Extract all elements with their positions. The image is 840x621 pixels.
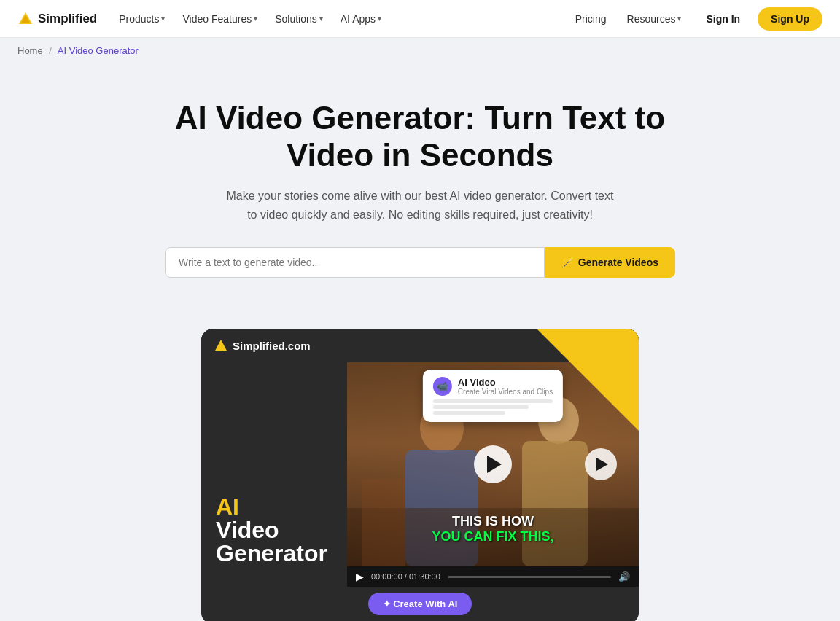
chevron-down-icon: ▾ (319, 15, 323, 23)
video-card: Simplified.com AI Video Generator 📹 (201, 329, 639, 621)
card-left-panel: AI Video Generator (201, 362, 347, 587)
ai-popup-icon: 📹 (433, 377, 452, 396)
hero-title: AI Video Generator: Turn Text to Video i… (165, 100, 675, 173)
bar-line (433, 405, 529, 409)
logo[interactable]: Simplified (18, 11, 97, 27)
nav-pricing[interactable]: Pricing (568, 9, 614, 29)
ai-popup-title: AI Video (458, 377, 553, 388)
nav-solutions[interactable]: Solutions ▾ (268, 9, 330, 29)
nav-ai-apps[interactable]: AI Apps ▾ (333, 9, 389, 29)
sign-in-button[interactable]: Sign In (694, 8, 752, 30)
create-btn-row: ✦ Create With AI (201, 587, 639, 621)
bar-line (433, 399, 553, 403)
generate-videos-button[interactable]: 🪄 Generate Videos (545, 247, 675, 278)
play-button-center[interactable] (474, 445, 512, 483)
nav-resources[interactable]: Resources ▾ (620, 9, 689, 29)
sign-up-button[interactable]: Sign Up (758, 7, 822, 31)
generator-text: Generator (216, 542, 332, 565)
create-with-ai-button[interactable]: ✦ Create With AI (368, 593, 472, 615)
breadcrumb: Home / AI Video Generator (0, 38, 840, 63)
logo-text: Simplified (38, 12, 97, 26)
card-header: Simplified.com (201, 329, 639, 362)
video-card-wrapper: Simplified.com AI Video Generator 📹 (0, 329, 840, 621)
nav-right: Pricing Resources ▾ Sign In Sign Up (568, 7, 822, 31)
wand-icon: 🪄 (561, 257, 574, 268)
card-logo-icon (214, 339, 228, 352)
logo-icon (18, 11, 34, 27)
chevron-down-icon: ▾ (161, 15, 165, 23)
caption-line1: THIS IS HOW (347, 514, 639, 529)
ai-text: AI (216, 495, 332, 518)
hero-subtitle: Make your stories come alive with our be… (223, 187, 617, 224)
nav-links: Products ▾ Video Features ▾ Solutions ▾ … (112, 9, 567, 29)
hero-section: AI Video Generator: Turn Text to Video i… (0, 63, 840, 329)
volume-icon[interactable]: 🔊 (618, 571, 630, 582)
ai-popup: 📹 AI Video Create Viral Videos and Clips (423, 370, 563, 422)
chevron-down-icon: ▾ (378, 15, 381, 23)
play-icon[interactable]: ▶ (356, 571, 364, 582)
ai-popup-bars (433, 399, 553, 415)
breadcrumb-home[interactable]: Home (18, 45, 43, 56)
nav-video-features[interactable]: Video Features ▾ (175, 9, 265, 29)
chevron-down-icon: ▾ (677, 15, 681, 23)
navbar: Simplified Products ▾ Video Features ▾ S… (0, 0, 840, 38)
breadcrumb-separator: / (49, 45, 52, 56)
breadcrumb-current: AI Video Generator (58, 45, 139, 56)
chevron-down-icon: ▾ (254, 15, 257, 23)
progress-bar[interactable] (448, 576, 611, 578)
caption-overlay: THIS IS HOW YOU CAN FIX THIS, (347, 514, 639, 544)
time-display: 00:00:00 / 01:30:00 (371, 572, 440, 581)
bar-line (433, 411, 505, 415)
caption-line2: YOU CAN FIX THIS, (347, 529, 639, 544)
play-button-side[interactable] (585, 448, 617, 480)
svg-marker-2 (215, 340, 227, 351)
video-text-input[interactable] (165, 247, 545, 278)
video-controls: ▶ 00:00:00 / 01:30:00 🔊 (347, 566, 639, 587)
ai-popup-subtitle: Create Viral Videos and Clips (458, 388, 553, 396)
video-text: Video (216, 518, 332, 542)
card-logo: Simplified.com (214, 339, 311, 352)
generate-input-row: 🪄 Generate Videos (165, 247, 675, 278)
ai-popup-header: 📹 AI Video Create Viral Videos and Clips (433, 377, 553, 396)
nav-products[interactable]: Products ▾ (112, 9, 172, 29)
